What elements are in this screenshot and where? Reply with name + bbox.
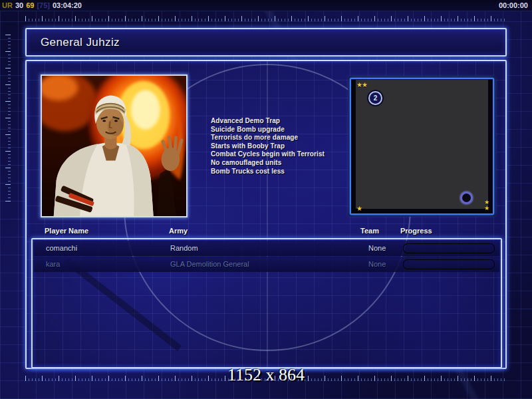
page-title: General Juhziz	[41, 36, 120, 49]
ruler-left	[5, 32, 11, 201]
fps-max: [75]	[37, 1, 50, 9]
header-progress: Progress	[400, 227, 432, 235]
elapsed-time: 03:04:20	[53, 1, 82, 9]
player-team: None	[368, 244, 386, 252]
player-table-header: Player Name Army Team Progress	[27, 227, 505, 236]
ability-item: Starts with Booby Trap	[211, 142, 370, 151]
main-panel: Advanced Demo Trap Suicide Bomb upgrade …	[25, 60, 507, 369]
table-row: comanchi Random None	[34, 241, 499, 256]
metric-value: 30	[15, 1, 23, 9]
star-stack: ★ ★	[484, 200, 489, 211]
ability-item: Bomb Trucks cost less	[211, 168, 370, 176]
general-portrait	[41, 74, 188, 217]
status-bar: UR3069[75]03:04:20 00:00:00	[0, 0, 532, 11]
resolution-overlay: 1152 x 864	[0, 365, 532, 385]
start-position-number: 2	[374, 94, 378, 102]
star-icon: ★★	[356, 82, 367, 88]
player-army: Random	[170, 244, 198, 252]
network-stats: UR3069[75]03:04:20	[2, 1, 84, 9]
ability-item: Advanced Demo Trap	[211, 117, 370, 126]
start-position-marker-empty	[460, 192, 473, 204]
map-preview: ★★ 2 ★ ★ ★	[350, 78, 494, 215]
title-panel: General Juhziz	[25, 28, 507, 57]
ability-item: Suicide Bomb upgrade	[211, 126, 370, 134]
metric-label: UR	[2, 1, 13, 9]
lobby-loading-screen: { "statusbar": { "metric_label": "UR", "…	[0, 0, 532, 399]
header-player-name: Player Name	[45, 227, 88, 235]
portrait-art	[42, 76, 186, 216]
header-team: Team	[360, 227, 379, 235]
ability-list: Advanced Demo Trap Suicide Bomb upgrade …	[211, 117, 370, 176]
player-table: comanchi Random None kara GLA Demolition…	[31, 238, 502, 368]
player-army: GLA Demolition General	[170, 260, 249, 268]
header-army: Army	[169, 227, 188, 235]
ruler-top	[25, 16, 507, 21]
match-timer: 00:00:00	[499, 1, 528, 9]
star-icon: ★	[356, 205, 362, 212]
player-team: None	[368, 260, 386, 268]
player-name: comanchi	[46, 244, 77, 252]
fps-value: 69	[26, 1, 34, 9]
ability-item: No camouflaged units	[211, 159, 370, 168]
ability-item: Combat Cycles begin with Terrorist	[211, 150, 370, 159]
load-progress-bar	[404, 260, 494, 269]
table-row: kara GLA Demolition General None	[34, 257, 499, 272]
ability-item: Terrorists do more damage	[211, 134, 370, 142]
load-progress-bar	[404, 244, 494, 253]
player-name: kara	[46, 260, 60, 268]
start-position-marker: 2	[368, 91, 382, 105]
star-icon: ★	[484, 205, 489, 211]
